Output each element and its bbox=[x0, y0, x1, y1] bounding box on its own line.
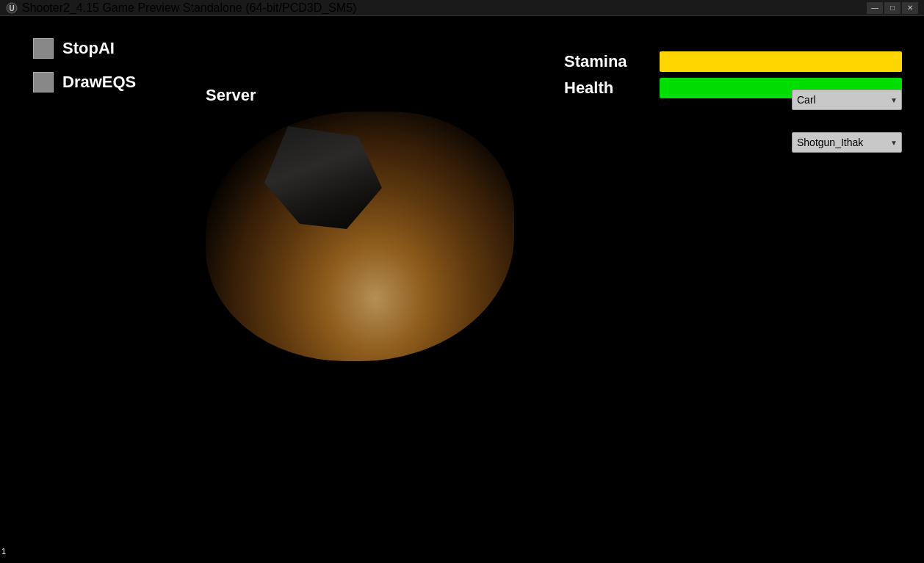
close-button[interactable]: ✕ bbox=[902, 2, 918, 14]
titlebar-left: U Shooter2_4.15 Game Preview Standalone … bbox=[6, 1, 356, 15]
character-select-wrapper: Carl bbox=[792, 90, 902, 110]
health-label: Health bbox=[564, 79, 660, 98]
unreal-logo-icon: U bbox=[6, 2, 18, 14]
stamina-label: Stamina bbox=[564, 52, 660, 71]
stopai-checkbox[interactable] bbox=[33, 38, 54, 59]
game-area: StopAI DrawEQS Server Stamina Health Car… bbox=[0, 16, 924, 563]
corner-counter: 1 bbox=[1, 547, 6, 556]
character-select[interactable]: Carl bbox=[792, 90, 902, 110]
stamina-bar-wrap bbox=[660, 51, 902, 72]
svg-text:U: U bbox=[9, 4, 14, 12]
window-title: Shooter2_4.15 Game Preview Standalone (6… bbox=[22, 1, 356, 15]
stopai-label: StopAI bbox=[62, 39, 115, 58]
titlebar: U Shooter2_4.15 Game Preview Standalone … bbox=[0, 0, 924, 16]
stopai-checkbox-row[interactable]: StopAI bbox=[33, 38, 136, 59]
stamina-bar bbox=[660, 51, 902, 72]
weapon-select[interactable]: Shotgun_Ithak bbox=[792, 132, 902, 153]
draweqs-label: DrawEQS bbox=[62, 73, 136, 92]
maximize-button[interactable]: □ bbox=[884, 2, 900, 14]
draweqs-checkbox-row[interactable]: DrawEQS bbox=[33, 72, 136, 92]
server-label: Server bbox=[206, 86, 256, 105]
dropdowns-area: Carl Shotgun_Ithak bbox=[792, 90, 902, 153]
left-ui: StopAI DrawEQS bbox=[33, 38, 136, 92]
titlebar-controls: — □ ✕ bbox=[867, 2, 918, 14]
minimize-button[interactable]: — bbox=[867, 2, 883, 14]
stamina-row: Stamina bbox=[564, 51, 902, 72]
draweqs-checkbox[interactable] bbox=[33, 72, 54, 92]
weapon-select-wrapper: Shotgun_Ithak bbox=[792, 132, 902, 153]
